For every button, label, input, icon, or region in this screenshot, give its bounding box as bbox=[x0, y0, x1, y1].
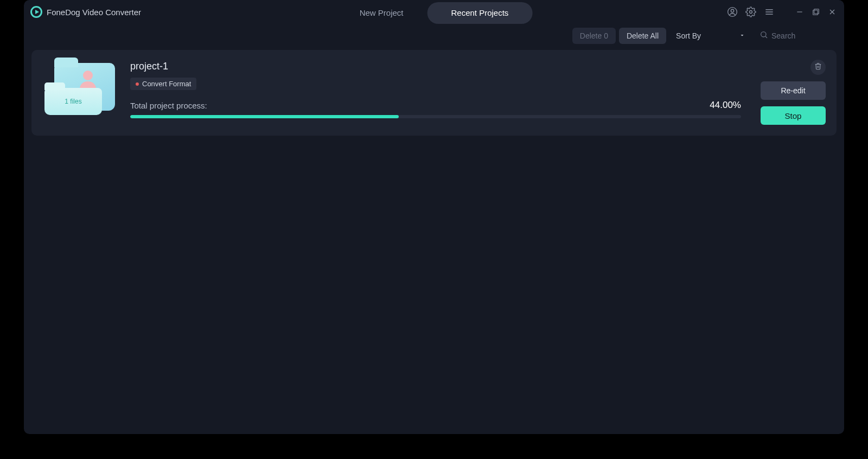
svg-point-1 bbox=[731, 9, 733, 12]
process-percent: 44.00% bbox=[710, 100, 741, 111]
close-icon[interactable] bbox=[827, 7, 838, 17]
trash-icon bbox=[814, 62, 822, 72]
chevron-down-icon bbox=[739, 31, 745, 40]
stop-label: Stop bbox=[785, 111, 802, 120]
svg-rect-7 bbox=[814, 9, 819, 14]
project-card: 1 files project-1 Convert Format Total p… bbox=[31, 50, 837, 136]
toolbar: Delete 0 Delete All Sort By bbox=[24, 24, 844, 48]
app-window: FoneDog Video Converter New Project Rece… bbox=[24, 0, 844, 434]
main-tabs: New Project Recent Projects bbox=[336, 2, 533, 24]
account-icon[interactable] bbox=[726, 5, 739, 18]
title-bar-right bbox=[726, 5, 838, 18]
app-title: FoneDog Video Converter bbox=[47, 8, 141, 17]
tab-recent-projects[interactable]: Recent Projects bbox=[427, 2, 532, 24]
sort-by-label: Sort By bbox=[676, 31, 701, 40]
svg-point-11 bbox=[761, 32, 766, 37]
status-dot-icon bbox=[136, 82, 139, 86]
delete-selected-button[interactable]: Delete 0 bbox=[572, 28, 616, 44]
project-name: project-1 bbox=[130, 61, 741, 72]
delete-selected-label: Delete 0 bbox=[580, 31, 608, 40]
settings-gear-icon[interactable] bbox=[744, 5, 757, 18]
delete-project-button[interactable] bbox=[810, 60, 826, 75]
project-type-badge: Convert Format bbox=[130, 78, 196, 90]
delete-all-label: Delete All bbox=[627, 31, 659, 40]
app-logo-icon bbox=[30, 6, 42, 18]
menu-icon[interactable] bbox=[763, 5, 776, 18]
project-folder-icon: 1 files bbox=[44, 63, 116, 115]
maximize-icon[interactable] bbox=[810, 7, 821, 17]
search-field[interactable] bbox=[755, 30, 837, 41]
tab-new-project[interactable]: New Project bbox=[336, 2, 427, 24]
process-label: Total project process: bbox=[130, 101, 207, 110]
svg-rect-8 bbox=[813, 10, 818, 15]
minimize-icon[interactable] bbox=[794, 7, 805, 17]
tab-new-project-label: New Project bbox=[360, 8, 404, 17]
project-type-label: Convert Format bbox=[142, 80, 191, 88]
progress-fill bbox=[130, 115, 399, 118]
search-icon bbox=[760, 30, 768, 41]
project-card-actions: Re-edit Stop bbox=[755, 60, 826, 125]
delete-all-button[interactable]: Delete All bbox=[619, 28, 666, 44]
title-bar: FoneDog Video Converter New Project Rece… bbox=[24, 0, 844, 24]
reedit-label: Re-edit bbox=[781, 86, 805, 95]
svg-line-12 bbox=[765, 36, 767, 38]
progress-bar bbox=[130, 115, 741, 118]
svg-point-2 bbox=[750, 11, 752, 14]
stop-button[interactable]: Stop bbox=[761, 106, 826, 125]
files-count-label: 1 files bbox=[65, 98, 81, 105]
title-bar-left: FoneDog Video Converter bbox=[30, 6, 141, 18]
tab-recent-projects-label: Recent Projects bbox=[451, 8, 508, 17]
search-input[interactable] bbox=[771, 31, 837, 40]
project-card-main: project-1 Convert Format Total project p… bbox=[130, 60, 741, 125]
reedit-button[interactable]: Re-edit bbox=[761, 81, 826, 100]
sort-by-dropdown[interactable]: Sort By bbox=[669, 28, 752, 44]
